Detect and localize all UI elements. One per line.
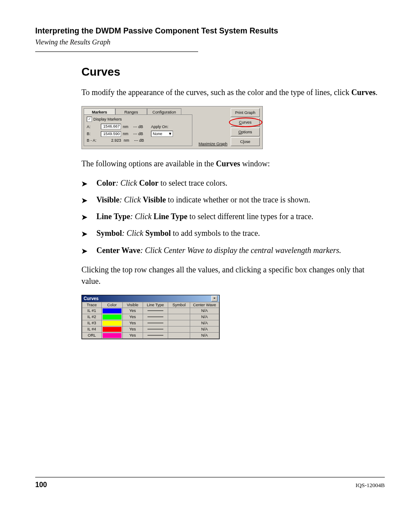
bullet-action: Color (139, 179, 158, 187)
marker-a-db: --- dB (132, 125, 143, 129)
marker-b-label: B: (87, 132, 99, 136)
visible-cell[interactable]: Yes (122, 326, 143, 332)
col-symbol[interactable]: Symbol (168, 302, 190, 308)
trace-cell[interactable]: ORL (82, 332, 102, 338)
col-color[interactable]: Color (101, 302, 122, 308)
marker-a-unit: nm (123, 125, 130, 129)
marker-ba-value: 2.923 (101, 138, 122, 143)
marker-a-input[interactable]: 1546.667 (101, 124, 121, 129)
centerwave-cell[interactable]: N/A (190, 308, 219, 314)
visible-cell[interactable]: Yes (122, 320, 143, 326)
centerwave-cell[interactable]: N/A (190, 320, 219, 326)
symbol-cell[interactable] (168, 326, 190, 332)
marker-b-unit: nm (123, 132, 130, 136)
page-number: 100 (35, 481, 47, 489)
symbol-cell[interactable] (168, 314, 190, 320)
col-linetype[interactable]: Line Type (143, 302, 168, 308)
color-cell[interactable] (101, 320, 122, 326)
trace-cell[interactable]: IL #2 (82, 314, 102, 320)
options-lead: The following options are available in t… (81, 158, 385, 169)
tab-markers[interactable]: Markers (84, 108, 115, 114)
centerwave-cell[interactable]: N/A (190, 314, 219, 320)
bullet-rest: to add symbols to the trace. (171, 229, 260, 238)
symbol-cell[interactable] (168, 308, 190, 314)
marker-b-input[interactable]: 1549.590 (101, 131, 121, 137)
intro-post: . (376, 88, 378, 97)
maximize-graph-link[interactable]: Maximize Graph (199, 142, 228, 146)
symbol-cell[interactable] (168, 332, 190, 338)
footer-rule (35, 477, 385, 477)
marker-ba-db: --- dB (133, 138, 144, 143)
bullet-rest: to select different line types for a tra… (188, 212, 313, 221)
centerwave-cell[interactable]: N/A (190, 332, 219, 338)
main-content: Curves To modify the appearance of the c… (81, 65, 385, 339)
tab-ranges[interactable]: Ranges (115, 108, 147, 114)
centerwave-cell[interactable]: N/A (190, 326, 219, 332)
close-button[interactable]: Close (231, 137, 260, 146)
bullet-term: Symbol (96, 229, 122, 238)
display-markers-label: Display Markers (93, 117, 122, 121)
bullet-action: Line Type (154, 212, 188, 221)
checkbox-icon: ✓ (87, 117, 92, 122)
linetype-cell[interactable] (143, 308, 168, 314)
bullet-term: Center Wave (96, 246, 140, 255)
trace-cell[interactable]: IL #1 (82, 308, 102, 314)
color-cell[interactable] (101, 326, 122, 332)
tab-configuration[interactable]: Configuration (147, 108, 181, 114)
bullet-colon: : Click (116, 179, 139, 187)
marker-ba-label: B - A: (87, 138, 99, 143)
bullet-colon: : Click (130, 212, 154, 221)
col-centerwave[interactable]: Center Wave (190, 302, 219, 308)
chapter-title: Interpreting the DWDM Passive Component … (35, 26, 385, 36)
col-visible[interactable]: Visible (122, 302, 143, 308)
trace-cell[interactable]: IL #4 (82, 326, 102, 332)
col-trace[interactable]: Trace (82, 302, 102, 308)
color-cell[interactable] (101, 308, 122, 314)
table-row: IL #2YesN/A (82, 314, 219, 320)
bullet-term: Line Type (96, 212, 130, 221)
table-row: IL #4YesN/A (82, 326, 219, 332)
linetype-cell[interactable] (143, 314, 168, 320)
page-header: Interpreting the DWDM Passive Component … (35, 26, 385, 52)
trace-cell[interactable]: IL #3 (82, 320, 102, 326)
apply-on-label: Apply On: (151, 125, 169, 129)
chevron-down-icon: ▼ (168, 132, 172, 136)
section-subtitle: Viewing the Results Graph (35, 38, 385, 46)
options-button[interactable]: Options (231, 128, 260, 136)
marker-a-label: A: (87, 125, 99, 129)
list-item: ➤ Center Wave: Click Center Wave to disp… (81, 245, 385, 256)
curves-dialog-figure: Curves × Trace Color Visible Line Type S… (81, 295, 220, 339)
curves-button[interactable]: Curves (231, 118, 260, 127)
print-graph-button[interactable]: Print Graph (231, 108, 260, 117)
visible-cell[interactable]: Yes (122, 314, 143, 320)
list-item: ➤ Color: Click Color to select trace col… (81, 177, 385, 189)
table-header-row[interactable]: Trace Color Visible Line Type Symbol Cen… (82, 302, 219, 308)
apply-on-value: None (153, 132, 162, 136)
table-row: IL #1YesN/A (82, 308, 219, 314)
visible-cell[interactable]: Yes (122, 308, 143, 314)
close-icon[interactable]: × (211, 296, 217, 301)
symbol-cell[interactable] (168, 320, 190, 326)
linetype-cell[interactable] (143, 320, 168, 326)
table-row: IL #3YesN/A (82, 320, 219, 326)
dialog-titlebar: Curves × (82, 295, 219, 302)
marker-ba-unit: nm (124, 138, 131, 143)
linetype-cell[interactable] (143, 332, 168, 338)
options-lead-pre: The following options are available in t… (81, 159, 216, 168)
header-rule (35, 51, 198, 52)
options-list: ➤ Color: Click Color to select trace col… (81, 177, 385, 256)
display-markers-checkbox[interactable]: ✓ Display Markers (87, 117, 189, 122)
list-item: ➤ Visible: Click Visible to indicate whe… (81, 194, 385, 205)
color-cell[interactable] (101, 314, 122, 320)
dialog-title: Curves (84, 296, 99, 301)
arrow-icon: ➤ (81, 179, 87, 189)
apply-on-select[interactable]: None ▼ (151, 131, 173, 137)
visible-cell[interactable]: Yes (122, 332, 143, 338)
color-cell[interactable] (101, 332, 122, 338)
page-footer: 100 IQS-12004B (35, 477, 385, 489)
intro-paragraph: To modify the appearance of the curves, … (81, 87, 385, 98)
arrow-icon: ➤ (81, 246, 87, 256)
markers-panel-figure: Markers Ranges Configuration ✓ Display M… (81, 106, 263, 149)
linetype-cell[interactable] (143, 326, 168, 332)
bullet-action: Symbol (145, 229, 171, 238)
